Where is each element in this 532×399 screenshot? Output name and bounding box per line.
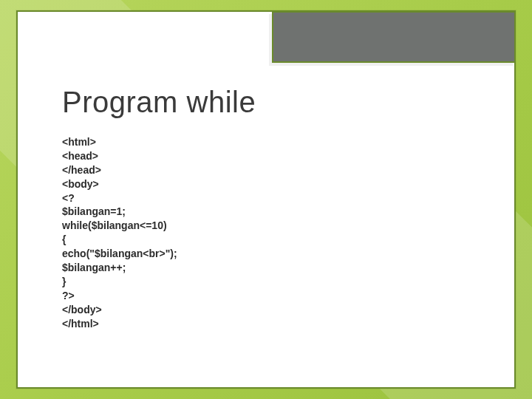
slide-content: Program while <html> <head> </head> <bod… bbox=[62, 86, 485, 330]
slide-title: Program while bbox=[62, 86, 485, 119]
slide-frame: Program while <html> <head> </head> <bod… bbox=[16, 10, 516, 389]
code-block: <html> <head> </head> <body> <? $bilanga… bbox=[62, 135, 485, 330]
accent-tab bbox=[272, 11, 516, 63]
